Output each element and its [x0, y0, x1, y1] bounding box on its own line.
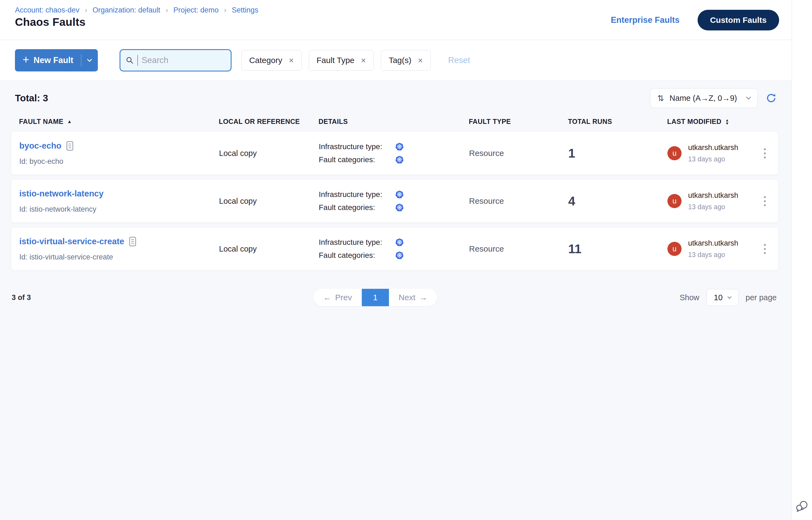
new-fault-dropdown-button[interactable]: [81, 59, 98, 61]
column-fault-type: FAULT TYPE: [469, 118, 568, 126]
fault-manifest-icon[interactable]: [66, 141, 73, 151]
table-row[interactable]: istio-virtual-service-create Id: istio-v…: [11, 227, 779, 270]
breadcrumb: Account: chaos-dev › Organization: defau…: [15, 6, 258, 15]
breadcrumb-separator: ›: [166, 6, 168, 14]
arrow-right-icon: →: [419, 293, 428, 302]
arrow-left-icon: ←: [323, 293, 331, 302]
reset-filters-button[interactable]: Reset: [447, 55, 472, 66]
total-runs-value: 1: [568, 146, 667, 161]
column-total-runs: TOTAL RUNS: [568, 118, 667, 126]
search-input[interactable]: [142, 55, 225, 65]
sort-arrows-icon: ⇅: [657, 94, 664, 103]
page-number-active[interactable]: 1: [362, 289, 389, 306]
toolbar: + New Fault Category × Fault Type × Tag(…: [0, 40, 792, 81]
row-menu-button[interactable]: [761, 146, 769, 161]
local-or-reference-value: Local copy: [219, 244, 319, 254]
row-menu-button[interactable]: [761, 242, 769, 256]
fault-name-link[interactable]: byoc-echo: [19, 141, 61, 151]
pager: ← Prev 1 Next →: [313, 289, 437, 306]
filter-chip-label: Category: [249, 56, 282, 65]
total-runs-value: 4: [568, 194, 667, 208]
sort-select-value: Name (A→Z, 0→9): [669, 94, 737, 103]
per-page-label: per page: [746, 293, 777, 302]
page-size-value: 10: [714, 293, 722, 302]
sort-ascending-icon: ▲: [67, 119, 72, 124]
column-fault-name[interactable]: FAULT NAME ▲: [19, 118, 219, 126]
fault-id: Id: istio-network-latency: [19, 205, 219, 213]
kubernetes-icon: [396, 142, 404, 151]
column-local-or-reference: LOCAL OR REFERENCE: [219, 118, 319, 126]
custom-faults-button[interactable]: Custom Faults: [697, 10, 779, 30]
fault-list-section: Total: 3 ⇅ Name (A→Z, 0→9) FAULT NAME ▲ …: [0, 81, 792, 307]
total-runs-value: 11: [568, 241, 667, 256]
breadcrumb-settings[interactable]: Settings: [232, 6, 258, 15]
close-icon[interactable]: ×: [418, 56, 423, 64]
breadcrumb-account[interactable]: Account: chaos-dev: [15, 6, 79, 15]
filter-chips: Category × Fault Type × Tag(s) ×: [241, 50, 431, 71]
chevron-down-icon: [746, 95, 751, 99]
refresh-icon: [766, 93, 777, 104]
kubernetes-icon: [396, 204, 404, 212]
infrastructure-type-label: Infrastructure type:: [319, 238, 396, 247]
fault-categories-label: Fault categories:: [319, 251, 396, 260]
modified-ago: 13 days ago: [688, 251, 738, 259]
show-label: Show: [680, 293, 700, 302]
pagination-summary: 3 of 3: [12, 293, 31, 302]
right-rail: [792, 0, 812, 520]
table-row[interactable]: istio-network-latency Id: istio-network-…: [11, 179, 779, 223]
kubernetes-icon: [396, 251, 404, 259]
fault-type-value: Resource: [469, 197, 568, 206]
modified-ago: 13 days ago: [688, 155, 738, 163]
close-icon[interactable]: ×: [361, 56, 366, 64]
new-fault-label: New Fault: [34, 55, 73, 65]
fault-type-value: Resource: [469, 244, 568, 254]
filter-chip-label: Tag(s): [389, 56, 411, 65]
enterprise-faults-link[interactable]: Enterprise Faults: [611, 15, 679, 25]
filter-chip-label: Fault Type: [316, 56, 355, 65]
column-last-modified[interactable]: LAST MODIFIED ▲▼: [667, 118, 770, 126]
close-icon[interactable]: ×: [289, 56, 294, 64]
row-menu-button[interactable]: [761, 194, 769, 208]
total-count: Total: 3: [15, 93, 48, 104]
fault-id: Id: byoc-echo: [19, 157, 219, 166]
breadcrumb-separator: ›: [85, 6, 87, 14]
fault-name-link[interactable]: istio-network-latency: [19, 189, 104, 199]
sort-select[interactable]: ⇅ Name (A→Z, 0→9): [650, 88, 758, 108]
filter-chip-fault-type[interactable]: Fault Type ×: [309, 50, 374, 71]
fault-type-value: Resource: [469, 149, 568, 158]
filter-chip-category[interactable]: Category ×: [241, 50, 302, 71]
kubernetes-icon: [396, 156, 404, 164]
refresh-button[interactable]: [766, 93, 777, 104]
fault-categories-label: Fault categories:: [319, 203, 396, 212]
fault-manifest-icon[interactable]: [129, 237, 136, 246]
kubernetes-icon: [396, 190, 404, 199]
fault-name-link[interactable]: istio-virtual-service-create: [19, 237, 124, 246]
filter-chip-tags[interactable]: Tag(s) ×: [381, 50, 430, 71]
infrastructure-type-label: Infrastructure type:: [319, 142, 396, 151]
local-or-reference-value: Local copy: [219, 149, 319, 158]
text-caret: [137, 55, 138, 66]
search-icon: [126, 56, 134, 65]
fault-categories-label: Fault categories:: [319, 155, 396, 164]
table-row[interactable]: byoc-echo Id: byoc-echo Local copy Infra…: [11, 131, 779, 175]
search-box[interactable]: [120, 49, 231, 72]
modified-by: utkarsh.utkarsh: [688, 144, 738, 152]
chevron-down-icon: [87, 57, 92, 62]
avatar: u: [667, 242, 682, 256]
breadcrumb-project[interactable]: Project: demo: [173, 6, 219, 15]
modified-by: utkarsh.utkarsh: [688, 239, 738, 248]
chevron-down-icon: [728, 295, 732, 299]
chat-bubbles-icon[interactable]: [795, 499, 809, 515]
new-fault-button[interactable]: + New Fault: [15, 55, 81, 65]
page-size-select[interactable]: 10: [707, 289, 739, 306]
breadcrumb-organization[interactable]: Organization: default: [93, 6, 160, 15]
column-details: DETAILS: [319, 118, 469, 126]
header-actions: Enterprise Faults Custom Faults: [611, 0, 779, 40]
prev-page-button[interactable]: ← Prev: [313, 289, 362, 306]
fault-id: Id: istio-virtual-service-create: [19, 253, 219, 261]
pagination: 3 of 3 ← Prev 1 Next → Show 10 per page: [12, 288, 777, 307]
next-page-button[interactable]: Next →: [389, 289, 437, 306]
modified-by: utkarsh.utkarsh: [688, 191, 738, 200]
sort-both-icon: ▲▼: [725, 119, 729, 125]
new-fault-split-button: + New Fault: [15, 49, 98, 72]
